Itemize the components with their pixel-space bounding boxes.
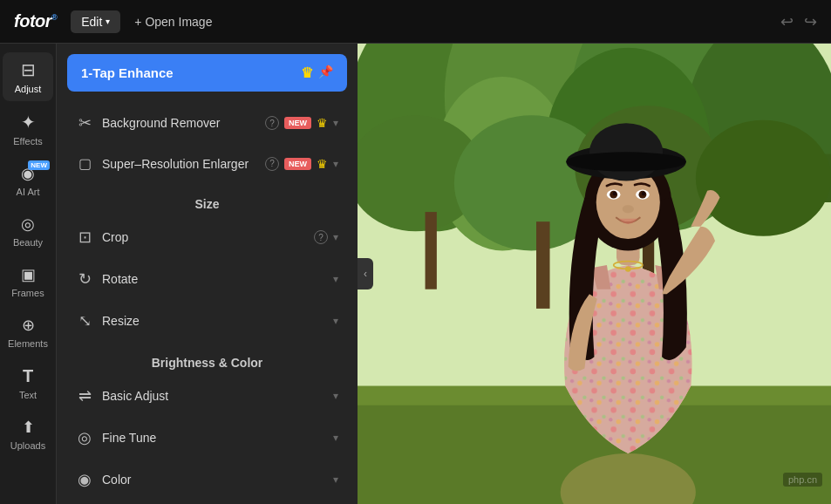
elements-icon: ⊕: [22, 316, 35, 335]
resize-item[interactable]: ⤡ Resize ▾: [67, 302, 347, 340]
watermark: php.cn: [783, 473, 822, 487]
background-remover-item[interactable]: ✂ Background Remover ? NEW ♛ ▾: [67, 104, 347, 142]
super-resolution-item[interactable]: ▢ Super–Resolution Enlarger ? NEW ♛ ▾: [67, 146, 347, 181]
chevron-down-icon: ▾: [106, 17, 110, 26]
effects-icon: ✦: [21, 112, 36, 133]
adjust-icon: ⊟: [21, 59, 36, 80]
elements-label: Elements: [8, 338, 48, 349]
super-resolution-icon: ▢: [76, 155, 93, 172]
pin-icon: 📌: [318, 65, 333, 81]
sidebar-item-ai-art[interactable]: NEW ◉ AI Art: [3, 157, 53, 204]
sidebar-item-effects[interactable]: ✦ Effects: [3, 105, 53, 153]
rotate-item[interactable]: ↻ Rotate ▾: [67, 260, 347, 298]
resize-label: Resize: [102, 314, 324, 328]
rotate-icon: ↻: [76, 269, 93, 289]
effects-label: Effects: [13, 136, 42, 146]
undo-icon: ↩: [780, 13, 794, 31]
chevron-down-crop: ▾: [333, 231, 338, 243]
canvas-background: [358, 44, 831, 504]
app-logo: fotor®: [14, 11, 57, 31]
open-image-label: + Open Image: [134, 15, 212, 29]
question-icon-crop[interactable]: ?: [314, 230, 328, 244]
svg-rect-12: [426, 212, 437, 289]
fine-tune-icon: ◎: [76, 428, 93, 447]
background-remover-icon: ✂: [76, 113, 93, 133]
sidebar-item-uploads[interactable]: ⬆ Uploads: [3, 411, 53, 458]
edit-label: Edit: [81, 15, 102, 29]
beauty-icon: ◎: [21, 215, 35, 234]
color-icon: ◉: [76, 470, 93, 489]
chevron-down-color: ▾: [333, 473, 338, 486]
uploads-icon: ⬆: [22, 418, 35, 437]
basic-adjust-label: Basic Adjust: [102, 389, 324, 403]
new-badge-ai: NEW: [28, 160, 50, 170]
frames-icon: ▣: [21, 265, 36, 284]
brightness-section-header: Brightness & Color: [67, 344, 347, 377]
canvas-area: php.cn ‹: [358, 44, 831, 504]
sidebar-item-text[interactable]: T Text: [3, 359, 53, 407]
svg-point-25: [625, 266, 631, 272]
text-icon: T: [23, 366, 33, 386]
topbar: fotor® Edit ▾ + Open Image ↩ ↪: [0, 0, 831, 44]
collapse-icon: ‹: [364, 268, 367, 280]
chevron-down-basic: ▾: [333, 390, 338, 402]
beauty-label: Beauty: [13, 237, 43, 248]
new-badge: NEW: [284, 117, 311, 129]
svg-point-34: [642, 192, 645, 195]
question-icon-sr[interactable]: ?: [265, 157, 279, 171]
tap-enhance-button[interactable]: 1-Tap Enhance ♛ 📌: [67, 54, 347, 92]
text-label: Text: [19, 390, 37, 400]
crown-icon: ♛: [301, 65, 313, 81]
chevron-down-fine: ▾: [333, 432, 338, 444]
nav-arrows: ↩ ↪: [780, 12, 817, 31]
svg-rect-13: [536, 221, 550, 309]
main-area: ⊟ Adjust ✦ Effects NEW ◉ AI Art ◎ Beauty…: [0, 44, 831, 504]
sidebar-item-beauty[interactable]: ◎ Beauty: [3, 208, 53, 255]
crop-icon: ⊡: [76, 228, 93, 247]
sidebar-item-adjust[interactable]: ⊟ Adjust: [3, 52, 53, 101]
redo-button[interactable]: ↪: [804, 12, 817, 31]
tap-enhance-label: 1-Tap Enhance: [81, 65, 174, 80]
open-image-button[interactable]: + Open Image: [134, 15, 212, 29]
crown-icon-sr: ♛: [317, 157, 328, 171]
background-remover-label: Background Remover: [102, 116, 256, 130]
svg-point-35: [623, 205, 634, 213]
new-badge-sr: NEW: [284, 158, 311, 170]
left-sidebar: ⊟ Adjust ✦ Effects NEW ◉ AI Art ◎ Beauty…: [0, 44, 57, 504]
undo-button[interactable]: ↩: [780, 12, 794, 31]
sidebar-item-elements[interactable]: ⊕ Elements: [3, 309, 53, 356]
basic-adjust-icon: ⇌: [76, 386, 93, 405]
adjust-label: Adjust: [15, 84, 42, 94]
panel-collapse-button[interactable]: ‹: [358, 258, 373, 289]
color-label: Color: [102, 473, 324, 487]
svg-point-33: [613, 192, 616, 195]
svg-point-38: [566, 152, 685, 171]
redo-icon: ↪: [804, 13, 817, 31]
svg-point-11: [696, 120, 831, 236]
resize-icon: ⤡: [76, 311, 93, 330]
frames-label: Frames: [11, 288, 44, 298]
super-resolution-label: Super–Resolution Enlarger: [102, 157, 256, 171]
size-section-header: Size: [67, 185, 347, 218]
basic-adjust-item[interactable]: ⇌ Basic Adjust ▾: [67, 377, 347, 415]
chevron-down-sr: ▾: [333, 158, 338, 170]
crown-icon-bg: ♛: [317, 116, 328, 130]
question-icon[interactable]: ?: [265, 116, 279, 130]
sidebar-item-frames[interactable]: ▣ Frames: [3, 258, 53, 305]
crop-label: Crop: [102, 230, 305, 244]
crop-item[interactable]: ⊡ Crop ? ▾: [67, 218, 347, 256]
chevron-down-resize: ▾: [333, 315, 338, 327]
fine-tune-label: Fine Tune: [102, 431, 324, 445]
chevron-down-icon: ▾: [333, 117, 338, 129]
tools-panel: 1-Tap Enhance ♛ 📌 ✂ Background Remover ?…: [57, 44, 358, 504]
edit-button[interactable]: Edit ▾: [71, 10, 120, 33]
canvas-svg: [358, 44, 831, 504]
chevron-down-rotate: ▾: [333, 273, 338, 285]
ai-art-label: AI Art: [17, 187, 40, 197]
color-item[interactable]: ◉ Color ▾: [67, 460, 347, 499]
fine-tune-item[interactable]: ◎ Fine Tune ▾: [67, 419, 347, 457]
uploads-label: Uploads: [10, 440, 45, 451]
rotate-label: Rotate: [102, 272, 324, 286]
